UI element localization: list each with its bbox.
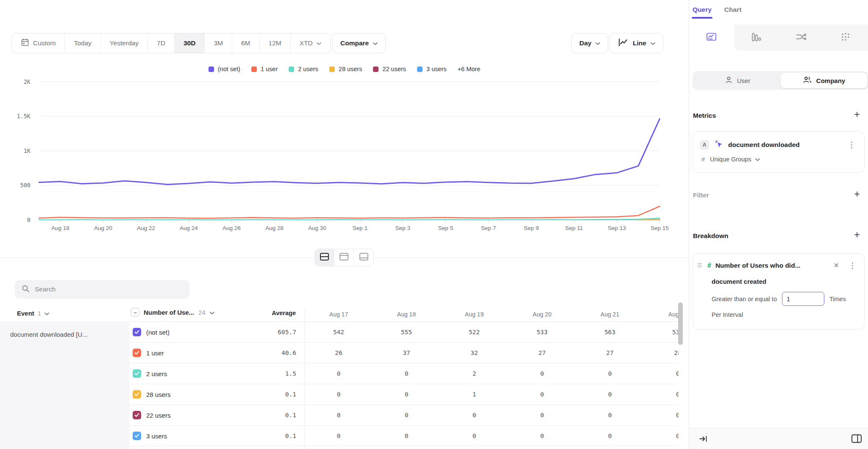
date-column-header[interactable]: Aug 20 xyxy=(508,311,576,318)
date-value-cell: 0 xyxy=(576,412,644,419)
event-cell-label: document downloaded [U... xyxy=(0,322,129,338)
hash-icon: # xyxy=(701,156,705,163)
side-panel-icon[interactable] xyxy=(851,434,862,443)
x-axis-label: Aug 20 xyxy=(94,225,112,231)
x-axis-label: Aug 24 xyxy=(180,225,198,231)
close-icon[interactable]: ✕ xyxy=(831,261,842,270)
date-column-header[interactable]: Aug 19 xyxy=(440,311,508,318)
search-icon xyxy=(22,285,30,294)
date-value-cell: 37 xyxy=(373,349,440,356)
date-value-cell: 0 xyxy=(644,412,679,419)
series-column-header[interactable]: – Number of Use... 24 xyxy=(131,308,214,316)
row-average: 0.1 xyxy=(258,412,305,419)
layout-toggle-split-view[interactable] xyxy=(315,249,334,266)
date-value-cell: 28 xyxy=(644,349,679,356)
layout-toggle-table-only[interactable] xyxy=(354,249,373,266)
date-header-row: Aug 17Aug 18Aug 19Aug 20Aug 21Aug 22 xyxy=(305,307,679,322)
date-value-cell: 0 xyxy=(305,391,373,398)
table-row[interactable]: 3 users0.1 xyxy=(129,426,305,446)
row-average: 0.1 xyxy=(258,391,305,398)
breakdown-card[interactable]: ☰ # Number of Users who did... ✕ ⋮ docum… xyxy=(693,253,865,330)
event-cell[interactable]: document downloaded [U... xyxy=(0,322,129,449)
search-box xyxy=(15,280,189,299)
date-column-header[interactable]: Aug 17 xyxy=(305,311,373,318)
date-column-header[interactable]: Aug 22 xyxy=(644,311,679,318)
date-value-cell: 0 xyxy=(305,412,373,419)
filter-section-title: Filter xyxy=(693,191,709,199)
event-column-header[interactable]: Event 1 xyxy=(17,310,49,317)
series-line-1-user xyxy=(39,206,660,218)
date-value-cell: 0 xyxy=(440,412,508,419)
table-row[interactable]: 22 users0.1 xyxy=(129,405,305,426)
average-column-header[interactable]: Average xyxy=(237,310,296,316)
table-row[interactable]: 1 user40.6 xyxy=(129,343,305,363)
chart-type-tab-line-chart[interactable] xyxy=(689,25,734,51)
date-value-cell: 0 xyxy=(576,432,644,439)
date-value-cell: 27 xyxy=(576,349,644,356)
kebab-menu-icon[interactable]: ⋮ xyxy=(845,140,858,150)
breakdown-event: document created xyxy=(693,272,864,285)
row-average: 605.7 xyxy=(258,329,305,335)
scope-user-label: User xyxy=(737,77,751,84)
bar-chart-icon xyxy=(751,32,762,44)
scope-option-user[interactable]: User xyxy=(694,73,781,88)
x-axis-label: Sep 9 xyxy=(524,225,539,231)
row-checkbox[interactable] xyxy=(133,411,141,419)
search-input[interactable] xyxy=(35,285,183,293)
tab-query[interactable]: Query xyxy=(693,6,712,19)
metric-card[interactable]: A document downloaded ⋮ # Unique Groups xyxy=(693,131,865,173)
date-value-cell: 0 xyxy=(644,432,679,439)
add-breakdown-button[interactable]: + xyxy=(852,230,862,240)
row-checkbox[interactable] xyxy=(133,390,141,399)
collapse-panel-icon[interactable] xyxy=(698,435,708,443)
date-value-row: 002000 xyxy=(305,363,679,384)
chart-type-tabs xyxy=(689,25,868,51)
row-average: 40.6 xyxy=(258,349,305,356)
row-checkbox[interactable] xyxy=(133,369,141,378)
kebab-menu-icon[interactable]: ⋮ xyxy=(846,261,859,270)
x-axis-label: Sep 11 xyxy=(565,225,583,231)
series-rows: (not set)605.71 user40.62 users1.528 use… xyxy=(129,322,305,446)
company-icon xyxy=(803,76,812,85)
measure-label: Unique Groups xyxy=(710,156,751,163)
scope-company-label: Company xyxy=(816,77,845,84)
table-row[interactable]: 2 users1.5 xyxy=(129,363,305,384)
layout-toggle-chart-only[interactable] xyxy=(334,249,354,266)
chart-type-tab-bar-chart[interactable] xyxy=(734,25,779,51)
date-value-row: 000000 xyxy=(305,426,679,446)
metric-badge: A xyxy=(700,140,709,150)
grid-dots-icon xyxy=(840,32,851,44)
tab-chart[interactable]: Chart xyxy=(724,6,741,19)
table-row[interactable]: (not set)605.7 xyxy=(129,322,305,343)
number-property-icon: # xyxy=(707,262,711,269)
condition-value-input[interactable] xyxy=(782,292,824,306)
line-chart-icon xyxy=(706,32,717,44)
row-checkbox[interactable] xyxy=(133,328,141,336)
select-all-checkbox[interactable]: – xyxy=(131,308,139,316)
y-axis-label: 500 xyxy=(20,182,31,188)
drag-handle-icon[interactable]: ☰ xyxy=(697,264,703,267)
table-scrollbar[interactable] xyxy=(678,302,683,345)
add-filter-button[interactable]: + xyxy=(852,189,862,199)
chart-type-tab-grid-dots[interactable] xyxy=(823,25,868,51)
analytics-dashboard: CustomTodayYesterday7D30D3M6M12MXTD Comp… xyxy=(0,0,868,449)
date-value-row: 263732272728 xyxy=(305,343,679,363)
x-axis-label: Aug 22 xyxy=(137,225,155,231)
series-header-label: Number of Use... xyxy=(144,309,194,316)
row-label: 3 users xyxy=(146,432,253,440)
chart-type-tab-flow-chart[interactable] xyxy=(779,25,823,51)
date-value-cell: 27 xyxy=(508,349,576,356)
chevron-down-icon xyxy=(45,310,49,317)
table-row[interactable]: 28 users0.1 xyxy=(129,384,305,405)
layout-toggle-group xyxy=(314,249,374,266)
row-checkbox[interactable] xyxy=(133,349,141,357)
measure-dropdown[interactable]: Unique Groups xyxy=(710,156,760,163)
query-panel: Query Chart User Company Metrics + A xyxy=(689,0,868,449)
row-checkbox[interactable] xyxy=(133,432,141,440)
date-column-header[interactable]: Aug 18 xyxy=(373,311,440,318)
date-column-header[interactable]: Aug 21 xyxy=(576,311,644,318)
y-axis-label: 1.5K xyxy=(17,113,31,119)
add-metric-button[interactable]: + xyxy=(852,109,862,119)
date-value-cell: 0 xyxy=(576,391,644,398)
scope-option-company[interactable]: Company xyxy=(781,73,867,88)
